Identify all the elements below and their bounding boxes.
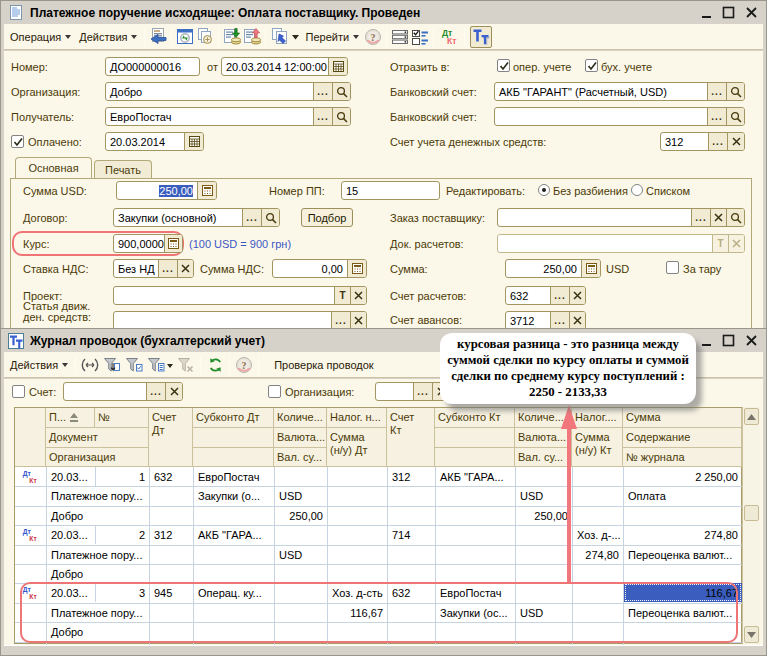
journal-header-doc[interactable]: Документ (46, 428, 149, 448)
journal-header-empty[interactable] (193, 448, 274, 467)
calc-icon[interactable] (581, 260, 600, 277)
journal-cell[interactable]: ЕвроПостач (194, 467, 274, 486)
dtkt-icon[interactable]: Дт Кт (437, 27, 461, 47)
calc-icon[interactable] (347, 260, 366, 277)
pp-number-field[interactable]: 15 (341, 181, 440, 200)
clear-icon[interactable] (710, 209, 726, 226)
journal-cell[interactable]: АКБ "ГАРА... (194, 525, 274, 544)
journal-cell[interactable]: Добро (47, 564, 149, 583)
help-icon[interactable]: ? (363, 27, 383, 47)
choose-button[interactable]: ... (550, 287, 569, 304)
journal-cell[interactable]: 2 250,00 (624, 467, 742, 486)
filter-history-icon[interactable] (146, 355, 174, 375)
journal-cell[interactable]: 312 (388, 467, 435, 486)
settlement-account-field[interactable]: 632 ... (505, 286, 586, 305)
save-close-icon[interactable] (148, 27, 168, 47)
help-icon[interactable]: ? (234, 355, 254, 375)
journal-header-acct_dt[interactable]: Счет Дт (149, 408, 193, 467)
journal-header-sum[interactable]: Сумма (623, 408, 742, 428)
choose-button[interactable]: ... (707, 108, 726, 125)
buh-checkbox[interactable] (585, 59, 598, 72)
choose-button[interactable]: ... (242, 209, 261, 226)
journal-cell[interactable]: 20.03... (47, 525, 95, 544)
journal-header-sub_kt[interactable]: Субконто Кт (435, 408, 515, 428)
minimize-button[interactable] (700, 333, 716, 349)
clear-icon[interactable] (165, 383, 182, 400)
magnifier-icon[interactable] (726, 209, 744, 226)
text-edit-icon[interactable]: T (712, 235, 728, 252)
minimize-button[interactable] (700, 5, 716, 21)
org-filter-checkbox[interactable] (268, 385, 281, 398)
scroll-thumb[interactable] (744, 505, 759, 521)
journal-postings-icon-pressed[interactable] (470, 26, 492, 48)
settlement-doc-field[interactable]: T (497, 234, 745, 253)
calc-icon[interactable] (197, 182, 216, 199)
refresh-icon[interactable] (205, 355, 225, 375)
journal-cell[interactable]: АКБ "ГАРА... (436, 467, 515, 486)
tab-main[interactable]: Основная (15, 157, 92, 178)
journal-header-empty[interactable] (435, 428, 515, 448)
choose-button[interactable]: ... (313, 108, 332, 125)
clear-filter-icon[interactable] (176, 355, 196, 375)
choose-button[interactable]: ... (158, 260, 177, 277)
cash-account-field[interactable]: 312 ... (660, 132, 745, 151)
magnifier-icon[interactable] (726, 83, 744, 100)
choose-button[interactable]: ... (550, 312, 569, 329)
journal-header-qty[interactable]: Количе... (274, 408, 327, 428)
tare-checkbox-label[interactable]: За тару (683, 263, 721, 275)
journal-header-period[interactable]: П... (46, 408, 95, 428)
tab-print[interactable]: Печать (94, 160, 152, 178)
clear-icon[interactable] (569, 287, 585, 304)
clear-icon[interactable] (728, 235, 744, 252)
journal-cell[interactable]: Закупки (о... (194, 486, 274, 505)
supplier-order-field[interactable]: ... (497, 208, 745, 227)
account-filter-field[interactable]: ... (63, 382, 183, 401)
create-based-on-icon[interactable] (269, 27, 301, 47)
close-button[interactable] (744, 333, 760, 349)
copy-icon[interactable] (195, 27, 215, 47)
journal-cell[interactable]: 20.03... (47, 467, 95, 486)
journal-cell[interactable]: USD (275, 486, 327, 505)
journal-cell[interactable]: 1 (96, 467, 149, 486)
organization-field[interactable]: Добро ... (105, 82, 351, 101)
choose-button[interactable]: ... (146, 383, 165, 400)
date-field[interactable]: 20.03.2014 12:00:00 (221, 57, 348, 76)
org-filter-label[interactable]: Организация: (285, 386, 354, 398)
choose-button[interactable]: ... (313, 83, 332, 100)
actions-menu[interactable]: Действия (6, 355, 72, 375)
date-interval-icon[interactable] (80, 355, 100, 375)
paid-checkbox[interactable] (11, 135, 24, 148)
journal-cell[interactable]: USD (275, 545, 327, 564)
project-field[interactable]: T (113, 286, 367, 305)
org-filter-field[interactable]: ... (375, 382, 450, 401)
scroll-down-button[interactable] (744, 626, 759, 643)
unpost-document-icon[interactable] (242, 27, 262, 47)
journal-header-org[interactable]: Организация (46, 448, 149, 467)
clear-icon[interactable] (569, 312, 585, 329)
actions-menu[interactable]: Действия (75, 27, 141, 47)
journal-header-empty[interactable] (15, 408, 46, 467)
structure-icon[interactable] (390, 27, 410, 47)
post-document-icon[interactable] (222, 27, 242, 47)
magnifier-icon[interactable] (332, 83, 350, 100)
journal-cell[interactable]: 632 (150, 467, 193, 486)
maximize-button[interactable] (721, 333, 737, 349)
oper-checkbox-label[interactable]: опер. учете (513, 61, 571, 73)
calc-icon[interactable] (164, 235, 182, 252)
vat-rate-field[interactable]: Без НД ... (113, 259, 194, 278)
journal-cell[interactable]: Платежное пору... (47, 486, 149, 505)
journal-cell[interactable]: Оплата (624, 486, 742, 505)
rate-field[interactable]: 900,0000 (113, 234, 183, 253)
journal-cell[interactable]: 274,80 (624, 525, 742, 544)
posting-result-icon[interactable] (410, 27, 430, 47)
choose-button[interactable]: ... (691, 209, 710, 226)
number-field[interactable]: ДО000000016 (105, 57, 200, 76)
journal-cell[interactable]: 250,00 (275, 506, 327, 525)
scroll-up-button[interactable] (744, 408, 759, 425)
journal-cell[interactable]: 714 (388, 525, 435, 544)
buh-checkbox-label[interactable]: бух. учете (601, 61, 652, 73)
bank-account1-field[interactable]: АКБ "ГАРАНТ" (Расчетный, USD) ... (494, 82, 745, 101)
clear-icon[interactable] (727, 133, 744, 150)
journal-header-cur[interactable]: Валюта... (274, 428, 327, 448)
check-postings-button[interactable]: Проверка проводок (270, 355, 377, 375)
